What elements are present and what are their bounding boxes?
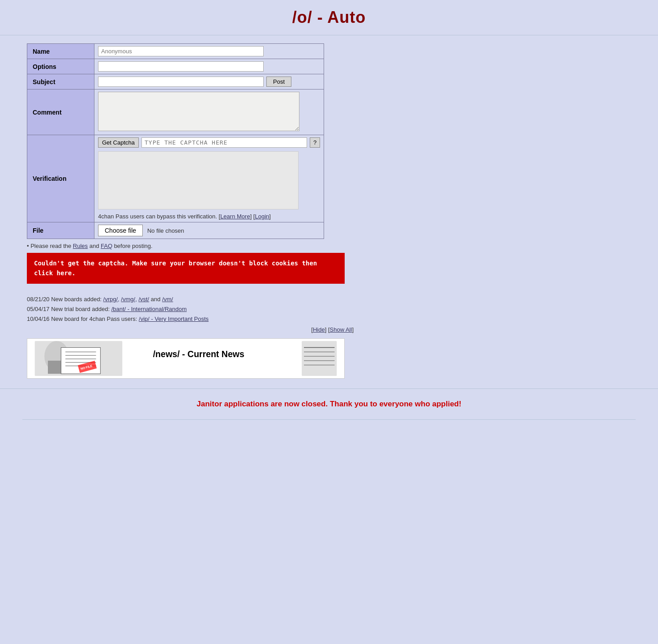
login-link[interactable]: Login xyxy=(255,213,269,220)
news-link-vmg[interactable]: /vmg/, xyxy=(121,296,137,303)
subject-input-cell: Post xyxy=(94,74,324,90)
comment-row: Comment xyxy=(27,90,324,135)
name-input-cell xyxy=(94,44,324,59)
rules-link[interactable]: Rules xyxy=(73,243,88,249)
form-section: Name Options Subject Post xyxy=(0,35,658,288)
captcha-input[interactable] xyxy=(141,137,307,148)
news-show-all-link[interactable]: Show All xyxy=(330,326,352,333)
news-link-vm[interactable]: /vm/ xyxy=(162,296,173,303)
janitor-notice: Janitor applications are now closed. Tha… xyxy=(0,389,658,419)
bypass-text: 4chan Pass users can bypass this verific… xyxy=(98,213,320,220)
subject-input[interactable] xyxy=(98,77,264,87)
post-form: Name Options Subject Post xyxy=(27,43,324,239)
verification-input-cell: Get Captcha ? 4chan Pass users can bypas… xyxy=(94,135,324,222)
captcha-help-button[interactable]: ? xyxy=(310,137,320,148)
board-title: /o/ - Auto xyxy=(0,0,658,35)
get-captcha-button[interactable]: Get Captcha xyxy=(98,137,139,148)
news-hide-link[interactable]: Hide xyxy=(313,326,325,333)
subject-input-wrap: Post xyxy=(98,77,320,87)
name-label: Name xyxy=(27,44,94,59)
news-controls: [Hide] [Show All] xyxy=(27,325,354,335)
options-label: Options xyxy=(27,59,94,74)
svg-rect-13 xyxy=(302,341,337,376)
verification-label: Verification xyxy=(27,135,94,222)
news-link-vip[interactable]: /vip/ - Very Important Posts xyxy=(139,316,209,322)
file-row: File Choose file No file chosen xyxy=(27,222,324,239)
captcha-image-area xyxy=(98,151,299,209)
no-file-text: No file chosen xyxy=(147,227,184,234)
comment-textarea[interactable] xyxy=(98,92,299,131)
news-banner: NO FILE /news/ - Current News xyxy=(27,338,354,379)
captcha-error-box[interactable]: Couldn't get the captcha. Make sure your… xyxy=(27,253,345,284)
file-input-cell: Choose file No file chosen xyxy=(94,222,324,239)
news-item-1: 08/21/20 New boards added: /vrpg/, /vmg/… xyxy=(27,294,631,304)
options-row: Options xyxy=(27,59,324,74)
choose-file-button[interactable]: Choose file xyxy=(98,225,143,236)
news-banner-image[interactable]: NO FILE /news/ - Current News xyxy=(27,338,345,379)
options-input[interactable] xyxy=(98,61,264,72)
news-section: 08/21/20 New boards added: /vrpg/, /vmg/… xyxy=(0,288,658,380)
comment-input-cell xyxy=(94,90,324,135)
learn-more-link[interactable]: Learn More xyxy=(220,213,250,220)
post-button[interactable]: Post xyxy=(266,77,291,87)
news-item-3: 10/04/16 New board for 4chan Pass users:… xyxy=(27,314,631,324)
verification-row: Verification Get Captcha ? 4chan Pass us… xyxy=(27,135,324,222)
name-row: Name xyxy=(27,44,324,59)
bottom-space xyxy=(0,420,658,473)
page-wrapper: /o/ - Auto Name Options Subject xyxy=(0,0,658,473)
subject-row: Subject Post xyxy=(27,74,324,90)
name-input[interactable] xyxy=(98,46,264,56)
options-input-cell xyxy=(94,59,324,74)
news-item-2: 05/04/17 New trial board added: /bant/ -… xyxy=(27,304,631,314)
faq-link[interactable]: FAQ xyxy=(101,243,112,249)
comment-label: Comment xyxy=(27,90,94,135)
subject-label: Subject xyxy=(27,74,94,90)
news-link-bant[interactable]: /bant/ - International/Random xyxy=(111,306,187,312)
news-link-vrpg[interactable]: /vrpg/, xyxy=(103,296,120,303)
file-label: File xyxy=(27,222,94,239)
captcha-inner: Get Captcha ? 4chan Pass users can bypas… xyxy=(98,137,320,220)
rules-line: • Please read the Rules and FAQ before p… xyxy=(27,243,631,249)
captcha-top: Get Captcha ? xyxy=(98,137,320,148)
svg-text:/news/ - Current News: /news/ - Current News xyxy=(153,349,244,359)
news-link-vst[interactable]: /vst/ xyxy=(138,296,149,303)
